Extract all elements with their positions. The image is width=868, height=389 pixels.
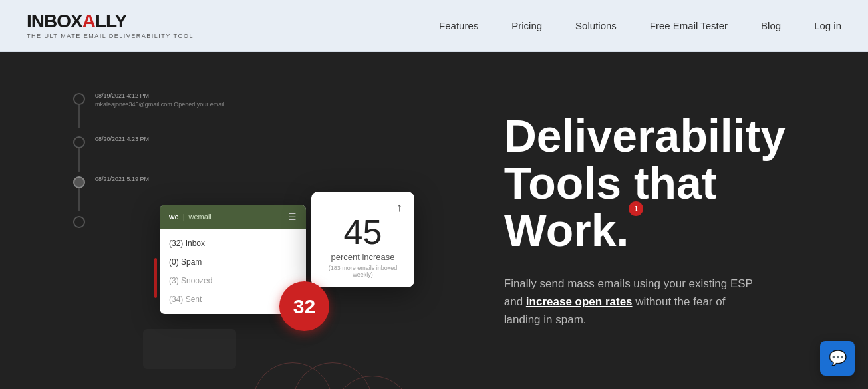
timeline-text: 08/20/2021 4:23 PM	[95, 135, 149, 144]
stats-number: 45	[323, 215, 402, 249]
headline-line3: Work. 1	[504, 207, 629, 254]
hero-section: 08/19/2021 4:12 PM mkaleajones345@gmail.…	[0, 52, 868, 389]
timeline-dot-active	[73, 176, 85, 188]
red-bar	[154, 258, 157, 298]
timeline-item: 08/21/2021 5:19 PM	[73, 175, 224, 188]
timeline-line	[78, 188, 80, 211]
timeline-text: 08/21/2021 5:19 PM	[95, 175, 149, 184]
notification-badge: 1	[629, 201, 643, 216]
hero-headline: Deliverability Tools that Work. 1	[504, 112, 828, 255]
stats-card: ↑ 45 percent increase (183 more emails i…	[311, 192, 414, 287]
timeline-dot	[73, 93, 85, 105]
chat-widget[interactable]: 💬	[820, 341, 855, 376]
hamburger-icon: ☰	[288, 211, 297, 222]
headline-line1: Deliverability	[504, 110, 786, 161]
main-nav: Features Pricing Solutions Free Email Te…	[439, 20, 841, 31]
logo-rest: LLY	[95, 11, 126, 31]
timeline-text: 08/19/2021 4:12 PM mkaleajones345@gmail.…	[95, 92, 224, 108]
nav-features[interactable]: Features	[439, 20, 478, 31]
hero-illustration: 08/19/2021 4:12 PM mkaleajones345@gmail.…	[0, 52, 478, 389]
stats-label: percent increase	[323, 252, 402, 262]
hero-text: Deliverability Tools that Work. 1 Finall…	[478, 52, 868, 389]
email-row-snoozed: (3) Snoozed	[160, 271, 306, 290]
header: INBOXALLY THE ULTIMATE EMAIL DELIVERABIL…	[0, 0, 868, 52]
email-mock-header: we | wemail ☰	[160, 205, 306, 229]
timeline-line	[78, 105, 80, 128]
brand-we: we	[169, 213, 179, 221]
hero-subtext: Finally send mass emails using your exis…	[504, 275, 757, 329]
logo-area: INBOXALLY THE ULTIMATE EMAIL DELIVERABIL…	[27, 12, 194, 39]
up-arrow-icon: ↑	[396, 201, 402, 215]
email-row-inbox: (32) Inbox	[160, 234, 306, 253]
headline-line2: Tools that	[504, 158, 717, 208]
nav-solutions[interactable]: Solutions	[575, 20, 617, 31]
email-row-spam: (0) Spam	[160, 253, 306, 271]
timeline-line	[78, 148, 80, 172]
logo-subtitle: THE ULTIMATE EMAIL DELIVERABILITY TOOL	[27, 33, 194, 39]
chat-icon: 💬	[829, 350, 847, 367]
hero-subtext-highlight: increase open rates	[526, 295, 633, 308]
logo: INBOXALLY	[27, 12, 194, 31]
nav-blog[interactable]: Blog	[761, 20, 781, 31]
brand-sep: |	[183, 213, 185, 221]
timeline-dot	[73, 136, 85, 148]
timeline-item: 08/19/2021 4:12 PM mkaleajones345@gmail.…	[73, 92, 224, 108]
logo-accent: A	[82, 11, 95, 31]
nav-free-email-tester[interactable]: Free Email Tester	[650, 20, 728, 31]
stats-sublabel: (183 more emails inboxed weekly)	[323, 265, 402, 278]
email-brand: we | wemail	[169, 213, 212, 221]
inbox-count-badge: 32	[279, 281, 329, 331]
dark-ui-card	[143, 329, 236, 369]
nav-login[interactable]: Log in	[814, 20, 841, 31]
logo-inbox: INBOX	[27, 11, 82, 31]
timeline-dot	[73, 216, 85, 228]
timeline-item: 08/20/2021 4:23 PM	[73, 135, 224, 148]
nav-pricing[interactable]: Pricing	[511, 20, 542, 31]
brand-wemail: wemail	[189, 213, 212, 221]
